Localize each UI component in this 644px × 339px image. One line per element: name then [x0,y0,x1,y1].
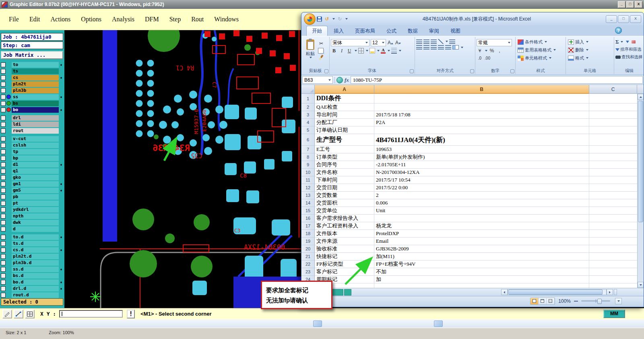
row-number[interactable]: 7 [301,146,315,153]
layer-checkbox[interactable] [1,169,6,174]
cell-B16[interactable] [374,215,589,222]
underline-button[interactable]: U [346,48,353,54]
ge-window-button[interactable]: _ [618,1,625,8]
cell-B22[interactable]: FP+E档案号+94V [374,260,589,268]
layer-row-tp[interactable]: tp [1,149,64,155]
select-all-corner[interactable] [301,85,315,94]
row-number[interactable]: 10 [301,169,315,176]
scrollbar-thumb[interactable] [638,101,643,222]
cell-A8[interactable]: 订单类型 [315,153,374,161]
styles-button-1[interactable]: 套用表格格式 [517,46,564,54]
cut-button[interactable]: ✂ [318,40,324,47]
cell-C9[interactable] [589,161,637,169]
layer-checkbox[interactable] [1,182,6,186]
decrease-indent-icon[interactable] [438,45,444,50]
column-header-A[interactable]: A [315,85,374,94]
dialog-launcher-icon[interactable] [324,69,328,73]
menu-rout[interactable]: Rout [186,15,208,24]
bold-button[interactable]: B [331,48,337,54]
layer-row-to[interactable]: to♦ [1,62,64,68]
layer-name[interactable]: pln3b.d [12,260,59,266]
excel-window-button[interactable]: □ [618,15,629,23]
cell-C17[interactable] [589,222,637,230]
scroll-left-icon[interactable] [501,289,508,295]
redo-icon[interactable]: ↻ [336,16,343,22]
layer-name[interactable]: npth [12,213,59,219]
increase-decimal-button[interactable]: .0 [477,55,483,62]
zoom-slider[interactable] [581,300,610,302]
layer-row-ts[interactable]: ts [1,68,64,74]
layer-row-bp[interactable]: bp [1,155,64,161]
layer-checkbox[interactable] [1,88,6,93]
layer-row-pt[interactable]: pt [1,200,64,206]
cell-B11[interactable]: 2017/5/17 10:54 [374,176,589,184]
menu-file[interactable]: File [4,15,24,24]
layer-checkbox[interactable] [1,220,6,225]
layer-name[interactable]: ydkdrl [12,207,59,213]
cell-C14[interactable] [589,199,637,207]
zoom-out-icon[interactable] [574,301,578,302]
scroll-right-icon[interactable] [607,289,613,295]
layer-name[interactable]: dwk [12,220,59,225]
layer-checkbox[interactable] [1,149,6,154]
cell-C13[interactable] [589,192,637,199]
horizontal-scrollbar[interactable] [508,289,607,295]
layer-checkbox[interactable] [1,235,6,240]
select-tool-button[interactable] [2,310,12,318]
column-header-C[interactable]: C [589,85,637,94]
menu-dfm[interactable]: DFM [140,15,164,24]
layer-name[interactable]: rout.d [12,292,59,298]
fill-icon[interactable] [626,41,629,45]
scrollbar-splitter[interactable] [614,289,617,295]
layer-checkbox[interactable] [1,207,6,212]
ribbon-tab-1[interactable]: 插入 [328,26,349,36]
cells-button-2[interactable]: 格式 [567,54,613,62]
cell-A17[interactable]: 客户工程资料录入 [315,222,374,230]
cell-C2[interactable] [589,103,637,111]
layer-name[interactable]: bs [12,101,59,106]
dialog-launcher-icon[interactable] [510,69,514,73]
menu-actions[interactable]: Actions [46,15,76,24]
cells-button-1[interactable]: 删除 [567,46,613,54]
name-box[interactable]: B63 [302,76,333,84]
row-number[interactable]: 5 [301,126,315,134]
layer-checkbox[interactable] [1,128,6,133]
editing-button-0[interactable]: 排序和筛选 [615,45,643,53]
row-number[interactable]: 20 [301,245,315,253]
layer-checkbox[interactable] [1,241,6,246]
layer-row-dwk[interactable]: dwk [1,219,64,225]
wrap-text-icon[interactable] [449,39,455,44]
layer-row-gko[interactable]: gko [1,174,64,180]
zoom-menu-button[interactable] [615,298,622,304]
layer-name[interactable]: gm1 [12,181,59,187]
layer-name[interactable]: v-cut [12,136,59,142]
shrink-font-button[interactable]: A [395,39,401,46]
column-header-B[interactable]: B [374,85,589,94]
menu-edit[interactable]: Edit [25,15,45,24]
row-number[interactable]: 1 [301,94,315,103]
layer-row-pln3b[interactable]: pln3b [1,87,64,93]
chevron-down-icon[interactable] [345,18,348,20]
menu-step[interactable]: Step [165,15,186,24]
cell-A9[interactable]: 合同序号 [315,161,374,169]
cell-A7[interactable]: E工号 [315,146,374,153]
row-number[interactable]: 18 [301,230,315,238]
layer-row-cslsh[interactable]: cslsh [1,142,64,148]
layer-checkbox[interactable] [1,143,6,148]
phonetic-icon[interactable] [391,48,397,54]
layer-name[interactable]: pln2t.d [12,254,59,259]
cell-A19[interactable]: 文件来源 [315,238,374,245]
alert-button[interactable]: ! [127,310,135,318]
row-number[interactable]: 11 [301,176,315,184]
cell-C22[interactable] [589,260,637,268]
cell-B6[interactable]: 4B4761IJA0(4天件)(新) [374,134,589,146]
layer-checkbox[interactable] [1,248,6,252]
cell-C23[interactable] [589,268,637,276]
layer-checkbox[interactable] [1,227,6,232]
job-field[interactable]: Job : 4b4761ija0 [1,33,63,41]
office-button[interactable] [304,13,316,25]
layer-row-ss[interactable]: ss♦ [1,94,64,100]
layer-row-gm5[interactable]: gm5♦ [1,187,64,193]
cell-A15[interactable]: 交货单位 [315,207,374,215]
chevron-down-icon[interactable] [332,18,335,20]
